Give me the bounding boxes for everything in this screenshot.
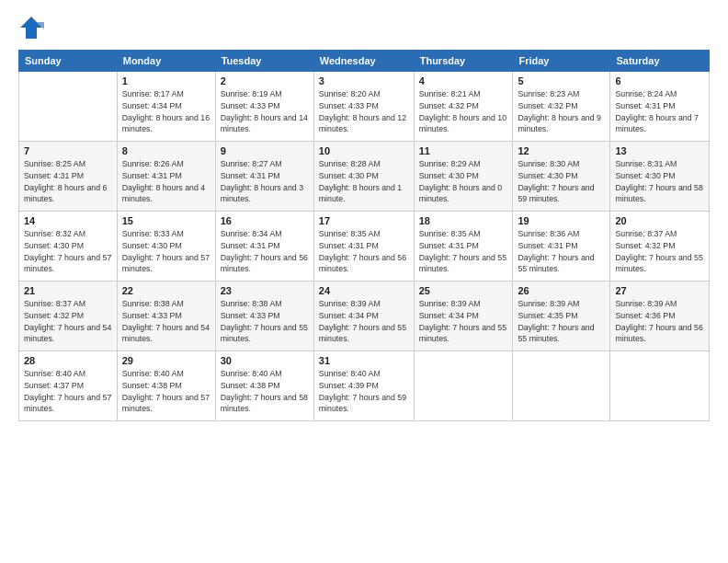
day-number: 3 (319, 75, 409, 86)
calendar-cell: 4Sunrise: 8:21 AM Sunset: 4:32 PM Daylig… (414, 72, 513, 142)
day-header-sunday: Sunday (19, 51, 118, 72)
header-row: SundayMondayTuesdayWednesdayThursdayFrid… (19, 51, 710, 72)
day-detail: Sunrise: 8:24 AM Sunset: 4:31 PM Dayligh… (615, 88, 704, 135)
calendar-cell (513, 351, 610, 421)
calendar-cell: 5Sunrise: 8:23 AM Sunset: 4:32 PM Daylig… (513, 72, 610, 142)
day-number: 7 (24, 145, 112, 156)
day-detail: Sunrise: 8:38 AM Sunset: 4:33 PM Dayligh… (122, 298, 210, 345)
day-detail: Sunrise: 8:39 AM Sunset: 4:34 PM Dayligh… (319, 298, 409, 345)
day-detail: Sunrise: 8:33 AM Sunset: 4:30 PM Dayligh… (122, 228, 210, 275)
day-number: 25 (419, 285, 508, 296)
calendar-cell: 18Sunrise: 8:35 AM Sunset: 4:31 PM Dayli… (414, 212, 513, 282)
day-number: 28 (24, 355, 112, 366)
day-number: 21 (24, 285, 112, 296)
day-number: 23 (221, 285, 309, 296)
day-detail: Sunrise: 8:21 AM Sunset: 4:32 PM Dayligh… (419, 88, 508, 135)
calendar-cell: 8Sunrise: 8:26 AM Sunset: 4:31 PM Daylig… (117, 142, 215, 212)
header (18, 15, 710, 40)
calendar-cell: 11Sunrise: 8:29 AM Sunset: 4:30 PM Dayli… (414, 142, 513, 212)
calendar-cell: 14Sunrise: 8:32 AM Sunset: 4:30 PM Dayli… (19, 212, 118, 282)
calendar-cell: 7Sunrise: 8:25 AM Sunset: 4:31 PM Daylig… (19, 142, 118, 212)
week-row-1: 1Sunrise: 8:17 AM Sunset: 4:34 PM Daylig… (19, 72, 710, 142)
day-detail: Sunrise: 8:26 AM Sunset: 4:31 PM Dayligh… (122, 158, 210, 205)
logo (18, 15, 48, 40)
calendar-cell: 30Sunrise: 8:40 AM Sunset: 4:38 PM Dayli… (215, 351, 313, 421)
day-detail: Sunrise: 8:40 AM Sunset: 4:38 PM Dayligh… (221, 368, 309, 415)
day-number: 18 (419, 215, 508, 226)
week-row-4: 21Sunrise: 8:37 AM Sunset: 4:32 PM Dayli… (19, 282, 710, 351)
day-number: 2 (221, 75, 309, 86)
day-detail: Sunrise: 8:23 AM Sunset: 4:32 PM Dayligh… (518, 88, 605, 135)
day-detail: Sunrise: 8:37 AM Sunset: 4:32 PM Dayligh… (24, 298, 112, 345)
calendar-cell: 25Sunrise: 8:39 AM Sunset: 4:34 PM Dayli… (414, 282, 513, 351)
day-detail: Sunrise: 8:39 AM Sunset: 4:34 PM Dayligh… (419, 298, 508, 345)
week-row-2: 7Sunrise: 8:25 AM Sunset: 4:31 PM Daylig… (19, 142, 710, 212)
day-number: 22 (122, 285, 210, 296)
day-number: 8 (122, 145, 210, 156)
calendar-cell: 6Sunrise: 8:24 AM Sunset: 4:31 PM Daylig… (610, 72, 710, 142)
day-number: 30 (221, 355, 309, 366)
calendar-cell: 16Sunrise: 8:34 AM Sunset: 4:31 PM Dayli… (215, 212, 313, 282)
day-detail: Sunrise: 8:36 AM Sunset: 4:31 PM Dayligh… (518, 228, 605, 275)
day-header-monday: Monday (117, 51, 215, 72)
week-row-3: 14Sunrise: 8:32 AM Sunset: 4:30 PM Dayli… (19, 212, 710, 282)
day-header-friday: Friday (513, 51, 610, 72)
calendar-cell (19, 72, 118, 142)
calendar-cell: 3Sunrise: 8:20 AM Sunset: 4:33 PM Daylig… (313, 72, 414, 142)
calendar-cell (414, 351, 513, 421)
calendar-cell: 21Sunrise: 8:37 AM Sunset: 4:32 PM Dayli… (19, 282, 118, 351)
day-number: 27 (615, 285, 704, 296)
day-detail: Sunrise: 8:40 AM Sunset: 4:37 PM Dayligh… (24, 368, 112, 415)
calendar-cell: 26Sunrise: 8:39 AM Sunset: 4:35 PM Dayli… (513, 282, 610, 351)
day-number: 6 (615, 75, 704, 86)
calendar-cell: 2Sunrise: 8:19 AM Sunset: 4:33 PM Daylig… (215, 72, 313, 142)
day-detail: Sunrise: 8:35 AM Sunset: 4:31 PM Dayligh… (319, 228, 409, 275)
calendar-cell: 9Sunrise: 8:27 AM Sunset: 4:31 PM Daylig… (215, 142, 313, 212)
page: SundayMondayTuesdayWednesdayThursdayFrid… (0, 0, 728, 563)
day-number: 16 (221, 215, 309, 226)
day-number: 26 (518, 285, 605, 296)
day-number: 11 (419, 145, 508, 156)
day-detail: Sunrise: 8:37 AM Sunset: 4:32 PM Dayligh… (615, 228, 704, 275)
day-detail: Sunrise: 8:40 AM Sunset: 4:39 PM Dayligh… (319, 368, 409, 415)
day-number: 4 (419, 75, 508, 86)
calendar-cell: 23Sunrise: 8:38 AM Sunset: 4:33 PM Dayli… (215, 282, 313, 351)
day-header-thursday: Thursday (414, 51, 513, 72)
day-number: 29 (122, 355, 210, 366)
day-number: 9 (221, 145, 309, 156)
day-detail: Sunrise: 8:20 AM Sunset: 4:33 PM Dayligh… (319, 88, 409, 135)
calendar-cell: 27Sunrise: 8:39 AM Sunset: 4:36 PM Dayli… (610, 282, 710, 351)
day-header-tuesday: Tuesday (215, 51, 313, 72)
day-number: 1 (122, 75, 210, 86)
day-number: 14 (24, 215, 112, 226)
day-detail: Sunrise: 8:38 AM Sunset: 4:33 PM Dayligh… (221, 298, 309, 345)
calendar-cell: 15Sunrise: 8:33 AM Sunset: 4:30 PM Dayli… (117, 212, 215, 282)
calendar-cell: 29Sunrise: 8:40 AM Sunset: 4:38 PM Dayli… (117, 351, 215, 421)
day-detail: Sunrise: 8:40 AM Sunset: 4:38 PM Dayligh… (122, 368, 210, 415)
day-detail: Sunrise: 8:25 AM Sunset: 4:31 PM Dayligh… (24, 158, 112, 205)
day-detail: Sunrise: 8:35 AM Sunset: 4:31 PM Dayligh… (419, 228, 508, 275)
day-header-wednesday: Wednesday (313, 51, 414, 72)
calendar-cell: 31Sunrise: 8:40 AM Sunset: 4:39 PM Dayli… (313, 351, 414, 421)
day-detail: Sunrise: 8:32 AM Sunset: 4:30 PM Dayligh… (24, 228, 112, 275)
day-detail: Sunrise: 8:34 AM Sunset: 4:31 PM Dayligh… (221, 228, 309, 275)
calendar-cell: 17Sunrise: 8:35 AM Sunset: 4:31 PM Dayli… (313, 212, 414, 282)
calendar-cell: 28Sunrise: 8:40 AM Sunset: 4:37 PM Dayli… (19, 351, 118, 421)
calendar-cell: 19Sunrise: 8:36 AM Sunset: 4:31 PM Dayli… (513, 212, 610, 282)
day-number: 19 (518, 215, 605, 226)
day-number: 24 (319, 285, 409, 296)
day-detail: Sunrise: 8:17 AM Sunset: 4:34 PM Dayligh… (122, 88, 210, 135)
day-detail: Sunrise: 8:39 AM Sunset: 4:36 PM Dayligh… (615, 298, 704, 345)
calendar-cell: 13Sunrise: 8:31 AM Sunset: 4:30 PM Dayli… (610, 142, 710, 212)
calendar-cell: 24Sunrise: 8:39 AM Sunset: 4:34 PM Dayli… (313, 282, 414, 351)
calendar-table: SundayMondayTuesdayWednesdayThursdayFrid… (18, 50, 710, 421)
day-detail: Sunrise: 8:19 AM Sunset: 4:33 PM Dayligh… (221, 88, 309, 135)
day-number: 20 (615, 215, 704, 226)
day-number: 12 (518, 145, 605, 156)
calendar-cell (610, 351, 710, 421)
day-detail: Sunrise: 8:28 AM Sunset: 4:30 PM Dayligh… (319, 158, 409, 205)
day-number: 10 (319, 145, 409, 156)
svg-marker-0 (20, 17, 42, 39)
day-number: 31 (319, 355, 409, 366)
day-detail: Sunrise: 8:29 AM Sunset: 4:30 PM Dayligh… (419, 158, 508, 205)
